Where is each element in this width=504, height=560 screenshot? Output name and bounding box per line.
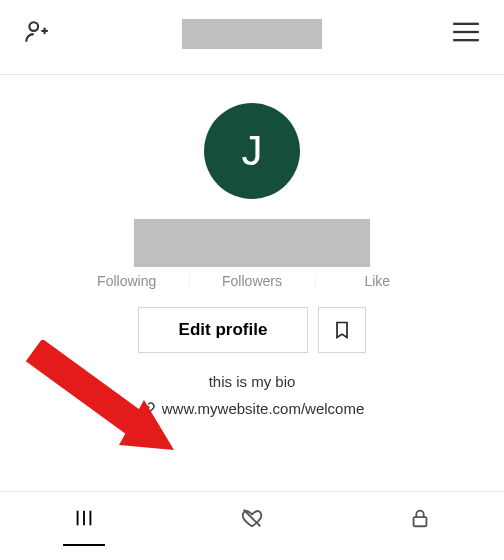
avatar-initial: J — [242, 127, 263, 175]
bio-text: this is my bio — [0, 373, 504, 390]
stat-like[interactable]: Like — [315, 273, 440, 289]
link-icon — [140, 401, 156, 417]
svg-rect-9 — [414, 517, 427, 526]
svg-line-8 — [244, 510, 261, 527]
bookmark-icon — [332, 319, 352, 341]
edit-profile-label: Edit profile — [179, 320, 268, 339]
bookmark-button[interactable] — [318, 307, 366, 353]
svg-point-0 — [29, 22, 38, 31]
menu-button[interactable] — [452, 21, 480, 47]
lock-icon — [409, 507, 431, 529]
stat-following-label: Following — [97, 273, 156, 289]
heart-hidden-icon — [241, 507, 263, 529]
stat-followers[interactable]: Followers — [189, 273, 314, 289]
edit-profile-button[interactable]: Edit profile — [138, 307, 309, 353]
profile-section: J Following Followers Like Edit profile … — [0, 75, 504, 417]
website-link[interactable]: www.mywebsite.com/welcome — [0, 400, 504, 417]
stat-followers-label: Followers — [222, 273, 282, 289]
website-url: www.mywebsite.com/welcome — [162, 400, 365, 417]
content-tabs — [0, 491, 504, 544]
tab-liked[interactable] — [168, 492, 336, 544]
stats-row: Following Followers Like — [0, 273, 504, 289]
stat-following[interactable]: Following — [64, 273, 189, 289]
tab-private[interactable] — [336, 492, 504, 544]
buttons-row: Edit profile — [0, 307, 504, 353]
top-bar — [0, 0, 504, 68]
username-redacted-top — [182, 19, 322, 49]
add-friend-button[interactable] — [24, 19, 50, 49]
stat-like-label: Like — [364, 273, 390, 289]
feed-icon — [73, 507, 95, 529]
handle-redacted — [134, 219, 370, 267]
avatar[interactable]: J — [204, 103, 300, 199]
tab-feed[interactable] — [0, 492, 168, 544]
